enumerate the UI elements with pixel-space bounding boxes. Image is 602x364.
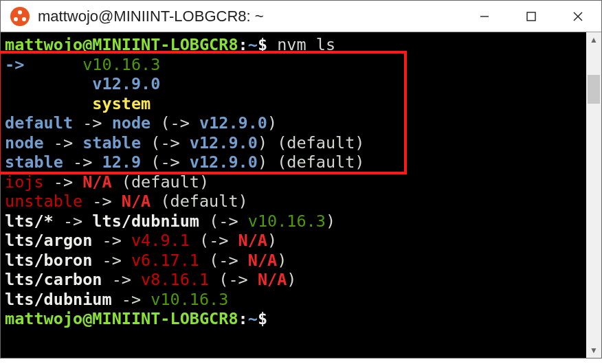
svg-rect-1 xyxy=(527,12,535,21)
alias-stable: stable xyxy=(5,152,63,172)
alias-lts-boron: lts/boron xyxy=(5,251,92,270)
alias-node: node xyxy=(5,133,44,152)
version-current: v10.16.3 xyxy=(82,55,160,74)
window-controls xyxy=(461,1,601,32)
terminal-window: mattwojo@MINIINT-LOBGCR8: ~ mattwojo@MIN… xyxy=(0,0,602,359)
maximize-button[interactable] xyxy=(508,1,555,32)
alias-lts-argon: lts/argon xyxy=(5,231,92,250)
prompt-path: ~ xyxy=(248,35,258,54)
alias-lts-dubnium: lts/dubnium xyxy=(5,290,112,309)
ubuntu-icon xyxy=(10,7,30,26)
terminal-output[interactable]: mattwojo@MINIINT-LOBGCR8:~$ nvm ls -> v1… xyxy=(1,32,586,358)
version-item: v12.9.0 xyxy=(92,74,160,93)
alias-default: default xyxy=(5,113,73,133)
terminal-area: mattwojo@MINIINT-LOBGCR8:~$ nvm ls -> v1… xyxy=(1,32,601,358)
prompt-userhost: mattwojo@MINIINT-LOBGCR8 xyxy=(5,35,238,54)
command-text: nvm ls xyxy=(267,35,335,54)
current-marker: -> xyxy=(5,55,82,74)
version-system: system xyxy=(92,94,150,113)
scroll-up-button[interactable]: ▲ xyxy=(586,32,601,47)
alias-iojs: iojs xyxy=(5,172,44,192)
prompt-dollar: $ xyxy=(258,35,267,54)
scroll-down-button[interactable]: ▼ xyxy=(586,343,601,358)
prompt-userhost-2: mattwojo@MINIINT-LOBGCR8 xyxy=(5,309,238,328)
window-title: mattwojo@MINIINT-LOBGCR8: ~ xyxy=(38,8,461,25)
alias-lts-star: lts/* xyxy=(5,212,54,231)
alias-unstable: unstable xyxy=(5,192,82,211)
close-button[interactable] xyxy=(555,1,601,32)
titlebar: mattwojo@MINIINT-LOBGCR8: ~ xyxy=(1,1,601,32)
scrollbar-vertical[interactable]: ▲ ▼ xyxy=(586,32,601,358)
prompt-sep1: : xyxy=(238,35,248,54)
alias-lts-carbon: lts/carbon xyxy=(5,270,102,289)
minimize-button[interactable] xyxy=(461,1,508,32)
scroll-thumb[interactable] xyxy=(588,75,600,104)
